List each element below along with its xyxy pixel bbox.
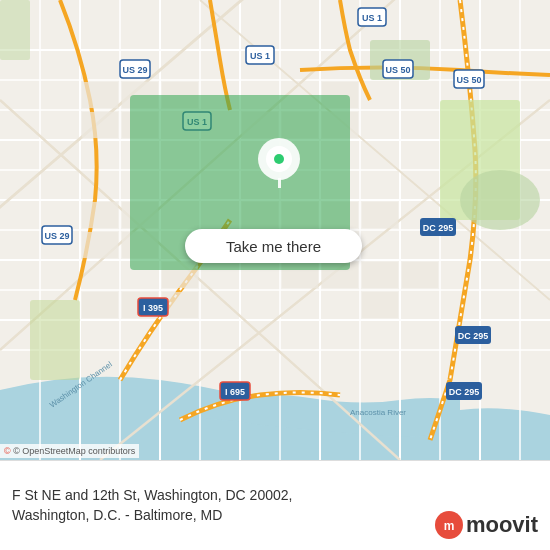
info-panel: F St NE and 12th St, Washington, DC 2000… bbox=[0, 460, 550, 550]
address-line: F St NE and 12th St, Washington, DC 2000… bbox=[12, 486, 538, 506]
svg-text:m: m bbox=[444, 519, 455, 533]
svg-rect-35 bbox=[82, 82, 118, 108]
take-me-there-button[interactable]: Take me there bbox=[185, 229, 362, 263]
svg-rect-30 bbox=[370, 40, 430, 80]
svg-rect-50 bbox=[82, 232, 118, 258]
svg-rect-56 bbox=[122, 292, 158, 318]
svg-rect-58 bbox=[162, 292, 198, 318]
map-container: Washington Channel Anacostia River US 1 … bbox=[0, 0, 550, 550]
attribution-icon: © bbox=[4, 446, 11, 456]
location-pin bbox=[258, 138, 300, 188]
svg-point-33 bbox=[460, 170, 540, 230]
svg-rect-60 bbox=[402, 262, 438, 288]
svg-rect-34 bbox=[30, 300, 80, 380]
svg-rect-59 bbox=[362, 292, 398, 318]
svg-text:Anacostia River: Anacostia River bbox=[350, 408, 406, 417]
svg-rect-38 bbox=[82, 112, 118, 138]
svg-rect-55 bbox=[82, 292, 118, 318]
moovit-logo-area: m moovit bbox=[434, 510, 538, 540]
svg-rect-54 bbox=[362, 262, 398, 288]
svg-rect-32 bbox=[0, 0, 30, 60]
moovit-text: moovit bbox=[466, 512, 538, 538]
moovit-icon: m bbox=[434, 510, 464, 540]
map-attribution: © © OpenStreetMap contributors bbox=[0, 444, 139, 458]
svg-rect-49 bbox=[362, 202, 398, 228]
svg-rect-44 bbox=[82, 202, 118, 228]
